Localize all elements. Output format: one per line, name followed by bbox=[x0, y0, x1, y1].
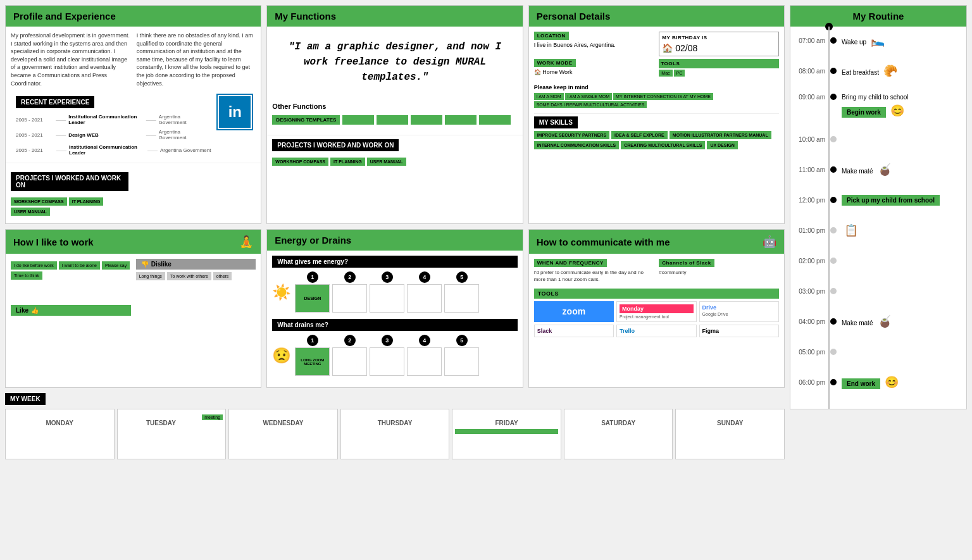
friday-bar bbox=[455, 429, 558, 434]
time-0600: 06:00 pm bbox=[795, 379, 830, 386]
when-freq-value: I'd prefer to communicate early in the d… bbox=[534, 269, 654, 283]
work-pref-body: I do like before work I want to be alone… bbox=[6, 254, 261, 321]
birthday-value: 🏠 02/08 bbox=[662, 43, 776, 53]
dislike-tag-3: others bbox=[213, 272, 232, 280]
profile-title: Profile and Experience bbox=[13, 11, 116, 22]
dot-0800 bbox=[830, 68, 837, 74]
other-functions-label: Other Functions bbox=[267, 100, 522, 113]
content-0100: 📋 bbox=[842, 223, 961, 237]
gives-box-4 bbox=[407, 284, 442, 313]
monday-desc: Project management tool bbox=[620, 314, 693, 319]
dislike-tag-1: Long things bbox=[136, 272, 165, 280]
content-0600: End work 😊 bbox=[842, 375, 961, 389]
drains-num-1: 1 bbox=[307, 335, 318, 346]
profile-text-block: My professional development is in govern… bbox=[6, 27, 261, 92]
like-label-text: Like bbox=[16, 307, 28, 314]
day-friday: FRIDAY bbox=[452, 409, 561, 459]
gives-box-2 bbox=[332, 284, 367, 313]
dislike-label-text: Dislike bbox=[151, 261, 171, 268]
begin-work-content: Begin work 😊 bbox=[842, 104, 904, 118]
drains-num-3: 3 bbox=[382, 335, 393, 346]
like-tags: I do like before work I want to be alone… bbox=[11, 261, 131, 280]
gives-col-4: 4 bbox=[407, 271, 442, 313]
content-0400: Make maté 🧉 bbox=[842, 314, 961, 328]
skill-1: IMPROVE SECURITY PARTNERS bbox=[534, 131, 609, 139]
exp-year-3: 2005 - 2021 bbox=[16, 147, 54, 153]
day-wed-name: WEDNESDAY bbox=[232, 414, 335, 426]
note-tag-4: SOME DAYS I REPAIR MULTICULTURAL ACTIVIT… bbox=[534, 101, 647, 108]
functions-quote: "I am a graphic designer, and now I work… bbox=[267, 27, 522, 97]
location-label: LOCATION bbox=[534, 32, 569, 40]
communicate-title: How to communicate with me bbox=[537, 237, 670, 247]
drains-box-5 bbox=[444, 347, 479, 376]
gives-num-5: 5 bbox=[456, 271, 468, 283]
how-work-icon: 🧘 bbox=[239, 235, 253, 249]
profile-header: Profile and Experience bbox=[6, 6, 261, 27]
projects-worked-tags: WORKSHOP COMPASS IT PLANNING USER MANUAL bbox=[267, 155, 522, 168]
day-mon-name: MONDAY bbox=[8, 414, 111, 426]
drains-col-4: 4 bbox=[407, 335, 442, 376]
dot-0100 bbox=[830, 227, 837, 233]
dislike-tag-2: To work with others bbox=[167, 272, 211, 280]
linkedin-box[interactable]: in bbox=[216, 94, 253, 130]
when-freq-label: WHEN AND FREQUENCY bbox=[534, 259, 607, 267]
gives-col-1: 1 DESIGN bbox=[295, 271, 330, 313]
drains-col-3: 3 bbox=[370, 335, 404, 376]
energy-header: Energy or Drains bbox=[267, 230, 522, 251]
monday-logo: Monday bbox=[620, 304, 693, 313]
exp-role-3: Institutional Communication Leader bbox=[69, 144, 145, 156]
tool-pc: PC bbox=[674, 70, 685, 77]
routine-item-0500: 05:00 pm bbox=[795, 343, 961, 361]
recent-exp-label: RECENT EXPERIENCE bbox=[16, 96, 94, 108]
day-sat-name: SATURDAY bbox=[567, 414, 670, 426]
func-tag-3 bbox=[377, 115, 408, 125]
figma-logo: Figma bbox=[702, 328, 776, 334]
icon-1100: 🧉 bbox=[878, 163, 892, 176]
exp-year-2: 2005 - 2021 bbox=[16, 132, 53, 138]
begin-work-icon: 😊 bbox=[890, 104, 904, 117]
time-1000: 10:00 am bbox=[795, 136, 830, 143]
gives-col-5: 5 bbox=[444, 271, 479, 313]
comm-body: WHEN AND FREQUENCY I'd prefer to communi… bbox=[529, 254, 784, 342]
linkedin-label: in bbox=[228, 103, 242, 121]
day-sunday: SUNDAY bbox=[675, 409, 785, 459]
routine-item-0900-inner: 09:00 am Bring my child to school bbox=[795, 92, 961, 101]
routine-item-1000: 10:00 am bbox=[795, 130, 961, 148]
exp-year-1: 2005 - 2021 bbox=[16, 117, 53, 123]
project-tags: WORKSHOP COMPASS IT PLANNING USER MANUAL bbox=[6, 195, 134, 218]
day-monday: MONDAY bbox=[5, 409, 115, 459]
tool-mac: Mac bbox=[659, 70, 672, 77]
workmode-block: WORK MODE 🏠 Home Work bbox=[534, 59, 654, 80]
time-0200: 02:00 pm bbox=[795, 258, 830, 264]
dot-0600 bbox=[830, 379, 837, 385]
proj-tag-2: IT PLANNING bbox=[69, 197, 104, 206]
note-tag-3: MY INTERNET CONNECTION IS AT MY HOME bbox=[613, 93, 713, 100]
birthday-box: MY BIRTHDAY IS 🏠 02/08 bbox=[659, 32, 779, 56]
channels-label: Channels of Slack bbox=[659, 259, 714, 267]
icon-0800: 🥐 bbox=[883, 65, 897, 77]
tool-drive: Drive Google Drive bbox=[699, 301, 779, 322]
tool-slack: Slack bbox=[534, 325, 614, 337]
slack-logo: Slack bbox=[537, 328, 611, 334]
like-tag-2: I want to be alone bbox=[59, 261, 100, 270]
please-note-label: Please keep in mind bbox=[534, 84, 779, 90]
dot-0300 bbox=[830, 288, 837, 294]
profile-section: Profile and Experience My professional d… bbox=[5, 5, 261, 224]
label-0700: Wake up bbox=[842, 39, 866, 46]
drains-box-4 bbox=[407, 347, 442, 376]
routine-item-0200: 02:00 pm bbox=[795, 252, 961, 270]
content-0700: Wake up 🛌 bbox=[842, 34, 961, 47]
dot-0700 bbox=[830, 37, 837, 44]
functions-section: My Functions "I am a graphic designer, a… bbox=[266, 5, 523, 224]
drains-items: 😟 1 LONG ZOOM MEETING 2 3 bbox=[272, 335, 517, 376]
icon-0100: 📋 bbox=[844, 224, 858, 237]
time-0300: 03:00 pm bbox=[795, 288, 830, 295]
exp-role-2: Design WEB bbox=[68, 132, 144, 138]
begin-work-row: Begin work 😊 bbox=[830, 104, 904, 118]
personal-inner: LOCATION I live in Buenos Aires, Argenti… bbox=[529, 27, 784, 154]
label-1200: Pick up my child from school bbox=[842, 195, 940, 206]
day-thursday: THURSDAY bbox=[340, 409, 450, 459]
drains-num-2: 2 bbox=[344, 335, 356, 346]
proj-tag-1: WORKSHOP COMPASS bbox=[11, 197, 67, 206]
time-1100: 11:00 am bbox=[795, 166, 830, 173]
